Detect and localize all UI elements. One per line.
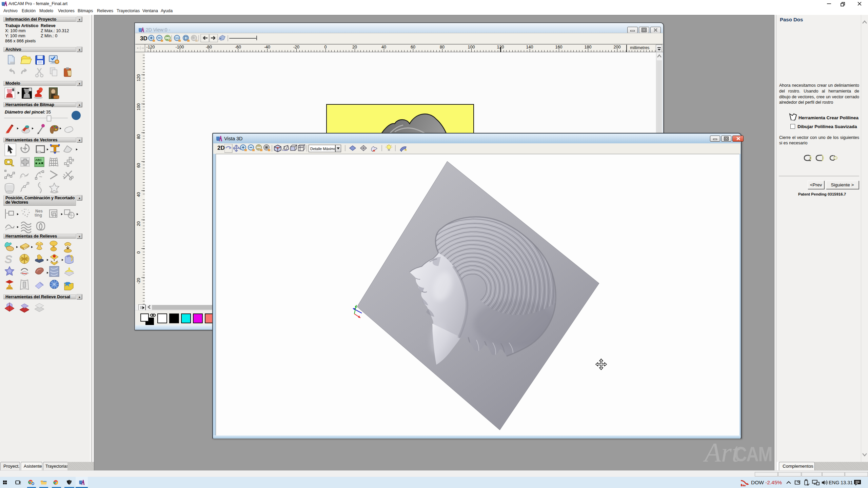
svg-text:1:1: 1:1 [175,37,179,39]
svg-text:ABC: ABC [35,158,42,162]
svg-text:t: t [28,209,29,211]
svg-text:e: e [21,209,23,212]
svg-text:a o: a o [24,208,27,210]
svg-text:ting: ting [35,213,42,218]
svg-text:S: S [5,253,12,265]
